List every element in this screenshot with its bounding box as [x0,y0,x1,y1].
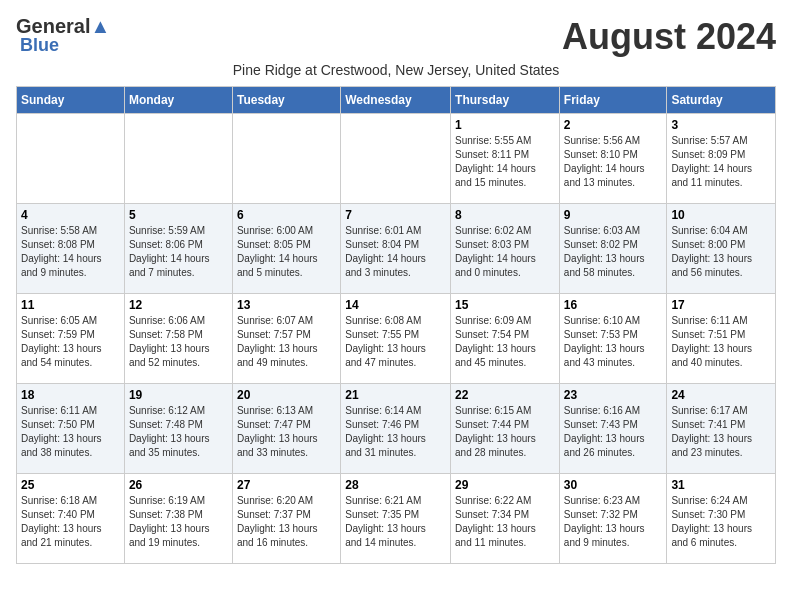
day-number: 4 [21,208,120,222]
calendar-cell: 17Sunrise: 6:11 AM Sunset: 7:51 PM Dayli… [667,294,776,384]
day-info: Sunrise: 6:03 AM Sunset: 8:02 PM Dayligh… [564,224,663,280]
day-info: Sunrise: 6:10 AM Sunset: 7:53 PM Dayligh… [564,314,663,370]
calendar-cell: 12Sunrise: 6:06 AM Sunset: 7:58 PM Dayli… [124,294,232,384]
calendar-cell: 4Sunrise: 5:58 AM Sunset: 8:08 PM Daylig… [17,204,125,294]
calendar-week-3: 11Sunrise: 6:05 AM Sunset: 7:59 PM Dayli… [17,294,776,384]
day-number: 20 [237,388,336,402]
day-info: Sunrise: 6:19 AM Sunset: 7:38 PM Dayligh… [129,494,228,550]
day-number: 9 [564,208,663,222]
day-info: Sunrise: 6:07 AM Sunset: 7:57 PM Dayligh… [237,314,336,370]
day-info: Sunrise: 6:17 AM Sunset: 7:41 PM Dayligh… [671,404,771,460]
day-number: 27 [237,478,336,492]
day-info: Sunrise: 6:22 AM Sunset: 7:34 PM Dayligh… [455,494,555,550]
day-number: 13 [237,298,336,312]
day-number: 6 [237,208,336,222]
day-info: Sunrise: 6:16 AM Sunset: 7:43 PM Dayligh… [564,404,663,460]
header-row: Sunday Monday Tuesday Wednesday Thursday… [17,87,776,114]
calendar-cell: 15Sunrise: 6:09 AM Sunset: 7:54 PM Dayli… [451,294,560,384]
day-info: Sunrise: 6:08 AM Sunset: 7:55 PM Dayligh… [345,314,446,370]
calendar-cell: 9Sunrise: 6:03 AM Sunset: 8:02 PM Daylig… [559,204,667,294]
calendar-week-5: 25Sunrise: 6:18 AM Sunset: 7:40 PM Dayli… [17,474,776,564]
day-info: Sunrise: 6:24 AM Sunset: 7:30 PM Dayligh… [671,494,771,550]
col-thursday: Thursday [451,87,560,114]
calendar-cell: 10Sunrise: 6:04 AM Sunset: 8:00 PM Dayli… [667,204,776,294]
calendar-cell [17,114,125,204]
calendar-cell: 30Sunrise: 6:23 AM Sunset: 7:32 PM Dayli… [559,474,667,564]
calendar-cell: 1Sunrise: 5:55 AM Sunset: 8:11 PM Daylig… [451,114,560,204]
calendar-cell: 21Sunrise: 6:14 AM Sunset: 7:46 PM Dayli… [341,384,451,474]
day-number: 29 [455,478,555,492]
day-number: 1 [455,118,555,132]
day-number: 18 [21,388,120,402]
calendar-cell [124,114,232,204]
calendar-cell [232,114,340,204]
day-info: Sunrise: 6:09 AM Sunset: 7:54 PM Dayligh… [455,314,555,370]
calendar-cell: 5Sunrise: 5:59 AM Sunset: 8:06 PM Daylig… [124,204,232,294]
col-saturday: Saturday [667,87,776,114]
calendar-cell: 25Sunrise: 6:18 AM Sunset: 7:40 PM Dayli… [17,474,125,564]
calendar-week-4: 18Sunrise: 6:11 AM Sunset: 7:50 PM Dayli… [17,384,776,474]
day-number: 19 [129,388,228,402]
day-info: Sunrise: 6:20 AM Sunset: 7:37 PM Dayligh… [237,494,336,550]
day-number: 24 [671,388,771,402]
month-title: August 2024 [562,16,776,58]
day-info: Sunrise: 6:05 AM Sunset: 7:59 PM Dayligh… [21,314,120,370]
day-info: Sunrise: 6:13 AM Sunset: 7:47 PM Dayligh… [237,404,336,460]
day-info: Sunrise: 5:55 AM Sunset: 8:11 PM Dayligh… [455,134,555,190]
day-info: Sunrise: 6:11 AM Sunset: 7:50 PM Dayligh… [21,404,120,460]
location-subtitle: Pine Ridge at Crestwood, New Jersey, Uni… [16,62,776,78]
calendar-cell: 8Sunrise: 6:02 AM Sunset: 8:03 PM Daylig… [451,204,560,294]
calendar-cell: 18Sunrise: 6:11 AM Sunset: 7:50 PM Dayli… [17,384,125,474]
page-header: General▲ Blue August 2024 [16,16,776,58]
day-info: Sunrise: 6:23 AM Sunset: 7:32 PM Dayligh… [564,494,663,550]
day-info: Sunrise: 6:02 AM Sunset: 8:03 PM Dayligh… [455,224,555,280]
day-number: 3 [671,118,771,132]
day-number: 15 [455,298,555,312]
calendar-cell: 20Sunrise: 6:13 AM Sunset: 7:47 PM Dayli… [232,384,340,474]
day-info: Sunrise: 6:15 AM Sunset: 7:44 PM Dayligh… [455,404,555,460]
calendar-cell: 11Sunrise: 6:05 AM Sunset: 7:59 PM Dayli… [17,294,125,384]
calendar-cell: 14Sunrise: 6:08 AM Sunset: 7:55 PM Dayli… [341,294,451,384]
col-friday: Friday [559,87,667,114]
day-number: 5 [129,208,228,222]
day-info: Sunrise: 6:14 AM Sunset: 7:46 PM Dayligh… [345,404,446,460]
day-number: 14 [345,298,446,312]
calendar-cell: 31Sunrise: 6:24 AM Sunset: 7:30 PM Dayli… [667,474,776,564]
day-number: 31 [671,478,771,492]
calendar-cell: 3Sunrise: 5:57 AM Sunset: 8:09 PM Daylig… [667,114,776,204]
day-info: Sunrise: 5:57 AM Sunset: 8:09 PM Dayligh… [671,134,771,190]
day-info: Sunrise: 6:21 AM Sunset: 7:35 PM Dayligh… [345,494,446,550]
calendar-cell: 13Sunrise: 6:07 AM Sunset: 7:57 PM Dayli… [232,294,340,384]
calendar-table: Sunday Monday Tuesday Wednesday Thursday… [16,86,776,564]
calendar-cell: 22Sunrise: 6:15 AM Sunset: 7:44 PM Dayli… [451,384,560,474]
col-tuesday: Tuesday [232,87,340,114]
day-number: 10 [671,208,771,222]
calendar-cell: 24Sunrise: 6:17 AM Sunset: 7:41 PM Dayli… [667,384,776,474]
logo: General▲ Blue [16,16,110,54]
logo-line2: Blue [20,36,110,54]
day-info: Sunrise: 5:58 AM Sunset: 8:08 PM Dayligh… [21,224,120,280]
col-sunday: Sunday [17,87,125,114]
day-info: Sunrise: 6:12 AM Sunset: 7:48 PM Dayligh… [129,404,228,460]
logo-text: General▲ [16,16,110,36]
calendar-cell: 23Sunrise: 6:16 AM Sunset: 7:43 PM Dayli… [559,384,667,474]
calendar-cell: 28Sunrise: 6:21 AM Sunset: 7:35 PM Dayli… [341,474,451,564]
day-number: 11 [21,298,120,312]
day-info: Sunrise: 6:01 AM Sunset: 8:04 PM Dayligh… [345,224,446,280]
day-number: 23 [564,388,663,402]
day-number: 22 [455,388,555,402]
calendar-cell: 19Sunrise: 6:12 AM Sunset: 7:48 PM Dayli… [124,384,232,474]
col-monday: Monday [124,87,232,114]
day-number: 2 [564,118,663,132]
day-info: Sunrise: 6:06 AM Sunset: 7:58 PM Dayligh… [129,314,228,370]
day-number: 12 [129,298,228,312]
calendar-week-1: 1Sunrise: 5:55 AM Sunset: 8:11 PM Daylig… [17,114,776,204]
day-info: Sunrise: 5:56 AM Sunset: 8:10 PM Dayligh… [564,134,663,190]
day-number: 26 [129,478,228,492]
calendar-week-2: 4Sunrise: 5:58 AM Sunset: 8:08 PM Daylig… [17,204,776,294]
calendar-cell: 6Sunrise: 6:00 AM Sunset: 8:05 PM Daylig… [232,204,340,294]
calendar-cell: 2Sunrise: 5:56 AM Sunset: 8:10 PM Daylig… [559,114,667,204]
calendar-cell: 26Sunrise: 6:19 AM Sunset: 7:38 PM Dayli… [124,474,232,564]
day-number: 16 [564,298,663,312]
calendar-cell: 29Sunrise: 6:22 AM Sunset: 7:34 PM Dayli… [451,474,560,564]
